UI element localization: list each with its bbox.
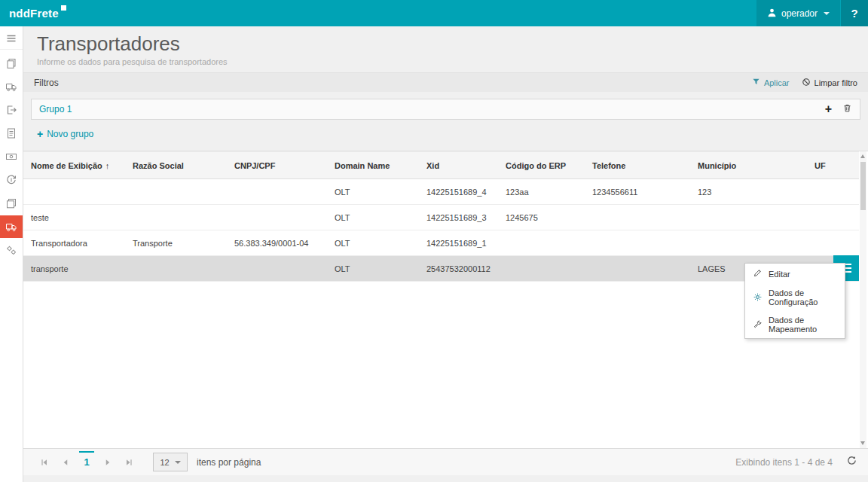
cell (586, 230, 692, 256)
table-row[interactable]: Transportadora Transporte 56.383.349/000… (23, 230, 859, 256)
cell (692, 230, 808, 256)
new-group-label: Novo grupo (47, 129, 93, 139)
cell (228, 256, 329, 282)
add-filter-button[interactable]: + (825, 103, 832, 115)
sidebar-item-billing[interactable] (0, 145, 23, 168)
column-header-razao[interactable]: Razão Social (127, 152, 228, 179)
table-row-selected[interactable]: transporte OLT 25437532000112 LAGES (23, 256, 859, 282)
column-header-nome[interactable]: Nome de Exibição↑ (23, 152, 127, 179)
column-header-cnpj[interactable]: CNPJ/CPF (228, 152, 329, 179)
cell: Transporte (127, 230, 228, 256)
sidebar-item-menu[interactable] (0, 27, 23, 50)
scrollbar-thumb[interactable] (860, 162, 866, 210)
context-menu-config-label: Dados de Configuração (769, 288, 837, 307)
cell (228, 205, 329, 230)
apply-filter-button[interactable]: Aplicar (752, 78, 790, 87)
column-header-municipio[interactable]: Município (692, 152, 808, 179)
column-header-telefone[interactable]: Telefone (586, 152, 692, 179)
cell: OLT (329, 205, 420, 230)
clear-filter-button[interactable]: Limpar filtro (802, 78, 857, 88)
column-header-domain[interactable]: Domain Name (329, 152, 420, 179)
brand-flag-icon (61, 5, 66, 11)
table-row[interactable]: teste OLT 14225151689_3 1245675 (23, 205, 859, 230)
first-page-button[interactable] (34, 453, 55, 471)
cell: Transportadora (23, 230, 127, 256)
cell (127, 256, 228, 282)
cell: 56.383.349/0001-04 (228, 230, 329, 256)
page-title: Transportadores (37, 32, 868, 55)
filters-title: Filtros (34, 78, 59, 88)
gears-icon (5, 244, 17, 256)
user-menu[interactable]: operador (756, 0, 840, 26)
cell (500, 230, 586, 256)
sidebar-item-settings[interactable] (0, 239, 23, 261)
cell (586, 256, 692, 282)
current-page[interactable]: 1 (76, 456, 97, 468)
trash-icon[interactable] (842, 102, 852, 116)
scroll-down-icon[interactable] (860, 441, 865, 445)
page-subtitle: Informe os dados para pesquisa de transp… (37, 57, 868, 66)
sidebar-item-copy[interactable] (0, 52, 23, 75)
sidebar-item-document[interactable] (0, 122, 23, 145)
sidebar-item-sync[interactable] (0, 169, 23, 191)
slash-circle-icon (802, 78, 811, 88)
context-menu-edit[interactable]: Editar (745, 264, 845, 284)
cell (808, 230, 859, 256)
cell (127, 179, 228, 205)
refresh-button[interactable] (846, 455, 857, 469)
apply-filter-label: Aplicar (764, 78, 790, 87)
sidebar-item-truck[interactable] (0, 75, 23, 98)
page-size-select[interactable]: 12 (153, 453, 188, 471)
pagination-summary: Exibindo itens 1 - 4 de 4 (735, 457, 833, 468)
sidebar-item-reports[interactable] (0, 192, 23, 215)
pagination-bar: 1 12 itens por página Exibindo itens 1 -… (23, 448, 868, 475)
brand-logo: nddFrete (9, 7, 66, 20)
sync-icon (5, 174, 17, 186)
last-page-button[interactable] (118, 453, 139, 471)
column-header-xid[interactable]: Xid (420, 152, 500, 179)
per-page-label: itens por página (197, 457, 261, 468)
next-page-button[interactable] (97, 453, 118, 471)
row-context-menu: Editar Dados de Configuração Dados de Ma… (744, 263, 845, 339)
page-size-value: 12 (160, 458, 169, 467)
cell: 25437532000112 (420, 256, 500, 282)
cell (500, 256, 586, 282)
chevron-down-icon (824, 12, 830, 15)
scroll-up-icon[interactable] (860, 154, 865, 158)
sort-asc-icon: ↑ (105, 161, 110, 170)
column-header-uf[interactable]: UF (808, 152, 859, 179)
cell (808, 205, 859, 230)
pencil-icon (753, 268, 763, 279)
export-icon (5, 104, 17, 116)
context-menu-mapping[interactable]: Dados de Mapeamento (745, 311, 845, 338)
column-header-erp[interactable]: Código do ERP (500, 152, 586, 179)
document-icon (5, 127, 17, 139)
cell (23, 179, 127, 205)
cell: OLT (329, 230, 420, 256)
gear-icon (753, 292, 763, 304)
copy-icon (5, 57, 17, 69)
cell: 123aa (500, 179, 586, 205)
filter-group-row[interactable]: Grupo 1 + (31, 99, 860, 120)
table-row[interactable]: OLT 14225151689_4 123aa 1234556611 123 (23, 179, 859, 205)
carriers-table: Nome de Exibição↑ Razão Social CNPJ/CPF … (23, 151, 868, 448)
context-menu-config[interactable]: Dados de Configuração (745, 284, 845, 311)
prev-page-button[interactable] (55, 453, 76, 471)
table-scrollbar[interactable] (860, 151, 866, 448)
sidebar (0, 26, 23, 482)
sidebar-item-export[interactable] (0, 99, 23, 121)
help-button[interactable]: ? (841, 0, 868, 26)
cell: 1245675 (500, 205, 586, 230)
cell: OLT (329, 256, 420, 282)
context-menu-mapping-label: Dados de Mapeamento (769, 316, 837, 334)
cell (228, 179, 329, 205)
table-header-row: Nome de Exibição↑ Razão Social CNPJ/CPF … (23, 152, 859, 179)
money-icon (5, 151, 17, 163)
cell: transporte (23, 256, 127, 282)
user-label: operador (781, 8, 818, 19)
new-group-button[interactable]: + Novo grupo (37, 128, 93, 140)
sidebar-item-carriers[interactable] (0, 215, 23, 238)
chevron-down-icon (175, 461, 181, 464)
clear-filter-label: Limpar filtro (815, 78, 857, 87)
cell: 14225151689_1 (420, 230, 500, 256)
